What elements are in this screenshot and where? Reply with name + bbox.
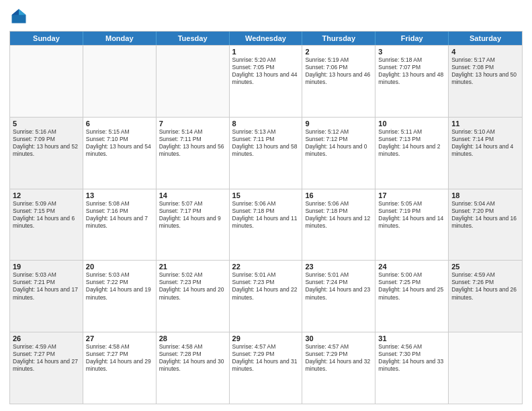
- sunset-text: Sunset: 7:15 PM: [13, 208, 80, 215]
- daylight-text: Daylight: 14 hours and 19 minutes.: [86, 286, 153, 301]
- sunset-text: Sunset: 7:10 PM: [86, 136, 153, 143]
- sunset-text: Sunset: 7:29 PM: [305, 351, 372, 358]
- calendar-cell: [10, 46, 83, 117]
- sunset-text: Sunset: 7:06 PM: [305, 64, 372, 71]
- day-of-week-header: Friday: [375, 32, 449, 45]
- daylight-text: Daylight: 14 hours and 29 minutes.: [86, 358, 153, 373]
- day-number: 24: [378, 263, 445, 271]
- day-of-week-header: Monday: [83, 32, 157, 45]
- calendar-header: SundayMondayTuesdayWednesdayThursdayFrid…: [10, 32, 522, 45]
- logo-icon: [9, 7, 28, 26]
- calendar-cell: 17Sunrise: 5:05 AMSunset: 7:19 PMDayligh…: [375, 189, 449, 261]
- sunset-text: Sunset: 7:19 PM: [378, 208, 445, 215]
- sunset-text: Sunset: 7:18 PM: [305, 208, 372, 215]
- calendar-cell: 31Sunrise: 4:56 AMSunset: 7:30 PMDayligh…: [375, 332, 449, 404]
- sunrise-text: Sunrise: 5:04 AM: [451, 200, 519, 208]
- svg-marker-2: [12, 9, 19, 15]
- daylight-text: Daylight: 14 hours and 22 minutes.: [232, 286, 300, 301]
- daylight-text: Daylight: 13 hours and 52 minutes.: [13, 143, 80, 158]
- sunset-text: Sunset: 7:08 PM: [451, 64, 519, 71]
- daylight-text: Daylight: 14 hours and 17 minutes.: [13, 286, 80, 301]
- calendar-cell: 21Sunrise: 5:02 AMSunset: 7:23 PMDayligh…: [157, 261, 230, 332]
- calendar-cell: 24Sunrise: 5:00 AMSunset: 7:25 PMDayligh…: [375, 261, 449, 332]
- sunrise-text: Sunrise: 5:16 AM: [13, 128, 80, 136]
- day-number: 15: [232, 191, 300, 199]
- sunrise-text: Sunrise: 5:05 AM: [378, 200, 445, 208]
- day-number: 27: [86, 334, 153, 342]
- calendar-cell: 5Sunrise: 5:16 AMSunset: 7:09 PMDaylight…: [10, 118, 83, 189]
- sunset-text: Sunset: 7:16 PM: [86, 208, 153, 215]
- calendar-page: SundayMondayTuesdayWednesdayThursdayFrid…: [0, 0, 532, 411]
- sunset-text: Sunset: 7:14 PM: [451, 136, 519, 143]
- sunset-text: Sunset: 7:27 PM: [86, 351, 153, 358]
- daylight-text: Daylight: 14 hours and 6 minutes.: [13, 215, 80, 230]
- day-number: 22: [232, 263, 300, 271]
- daylight-text: Daylight: 14 hours and 0 minutes.: [305, 143, 372, 158]
- day-number: 7: [159, 120, 226, 128]
- daylight-text: Daylight: 13 hours and 44 minutes.: [232, 71, 300, 86]
- sunset-text: Sunset: 7:12 PM: [305, 136, 372, 143]
- calendar-cell: 1Sunrise: 5:20 AMSunset: 7:05 PMDaylight…: [230, 46, 303, 117]
- logo: [9, 7, 31, 26]
- day-number: 16: [305, 191, 372, 199]
- calendar-cell: 20Sunrise: 5:03 AMSunset: 7:22 PMDayligh…: [83, 261, 157, 332]
- day-of-week-header: Saturday: [449, 32, 522, 45]
- daylight-text: Daylight: 14 hours and 14 minutes.: [378, 215, 445, 230]
- sunrise-text: Sunrise: 5:12 AM: [305, 128, 372, 136]
- sunrise-text: Sunrise: 5:19 AM: [305, 56, 372, 64]
- calendar-cell: 26Sunrise: 4:59 AMSunset: 7:27 PMDayligh…: [10, 332, 83, 404]
- calendar-cell: 27Sunrise: 4:58 AMSunset: 7:27 PMDayligh…: [83, 332, 157, 404]
- daylight-text: Daylight: 13 hours and 58 minutes.: [232, 143, 300, 158]
- day-number: 20: [86, 263, 153, 271]
- daylight-text: Daylight: 14 hours and 27 minutes.: [13, 358, 80, 373]
- sunrise-text: Sunrise: 5:10 AM: [451, 128, 519, 136]
- calendar-cell: 3Sunrise: 5:18 AMSunset: 7:07 PMDaylight…: [375, 46, 449, 117]
- sunrise-text: Sunrise: 4:59 AM: [451, 271, 519, 279]
- calendar-row: 12Sunrise: 5:09 AMSunset: 7:15 PMDayligh…: [10, 189, 522, 261]
- sunset-text: Sunset: 7:09 PM: [13, 136, 80, 143]
- calendar-cell: 11Sunrise: 5:10 AMSunset: 7:14 PMDayligh…: [449, 118, 522, 189]
- calendar-cell: 14Sunrise: 5:07 AMSunset: 7:17 PMDayligh…: [157, 189, 230, 261]
- calendar-cell: 29Sunrise: 4:57 AMSunset: 7:29 PMDayligh…: [230, 332, 303, 404]
- calendar-cell: 13Sunrise: 5:08 AMSunset: 7:16 PMDayligh…: [83, 189, 157, 261]
- daylight-text: Daylight: 14 hours and 16 minutes.: [451, 215, 519, 230]
- calendar-cell: 2Sunrise: 5:19 AMSunset: 7:06 PMDaylight…: [302, 46, 375, 117]
- calendar-cell: [449, 332, 522, 404]
- calendar-cell: 16Sunrise: 5:06 AMSunset: 7:18 PMDayligh…: [302, 189, 375, 261]
- day-number: 9: [305, 120, 372, 128]
- sunset-text: Sunset: 7:21 PM: [13, 279, 80, 286]
- day-number: 1: [232, 48, 300, 56]
- daylight-text: Daylight: 14 hours and 33 minutes.: [378, 358, 445, 373]
- day-number: 14: [159, 191, 226, 199]
- sunrise-text: Sunrise: 5:11 AM: [378, 128, 445, 136]
- day-of-week-header: Thursday: [302, 32, 375, 45]
- sunset-text: Sunset: 7:23 PM: [159, 279, 226, 286]
- sunrise-text: Sunrise: 5:03 AM: [86, 271, 153, 279]
- sunset-text: Sunset: 7:27 PM: [13, 351, 80, 358]
- day-number: 6: [86, 120, 153, 128]
- day-of-week-header: Tuesday: [157, 32, 230, 45]
- calendar-cell: 8Sunrise: 5:13 AMSunset: 7:11 PMDaylight…: [230, 118, 303, 189]
- day-number: 8: [232, 120, 300, 128]
- sunrise-text: Sunrise: 5:14 AM: [159, 128, 226, 136]
- sunrise-text: Sunrise: 5:06 AM: [305, 200, 372, 208]
- calendar-row: 1Sunrise: 5:20 AMSunset: 7:05 PMDaylight…: [10, 45, 522, 117]
- calendar-row: 5Sunrise: 5:16 AMSunset: 7:09 PMDaylight…: [10, 117, 522, 189]
- daylight-text: Daylight: 14 hours and 32 minutes.: [305, 358, 372, 373]
- daylight-text: Daylight: 14 hours and 20 minutes.: [159, 286, 226, 301]
- calendar-cell: 22Sunrise: 5:01 AMSunset: 7:23 PMDayligh…: [230, 261, 303, 332]
- daylight-text: Daylight: 13 hours and 50 minutes.: [451, 71, 519, 86]
- sunset-text: Sunset: 7:24 PM: [305, 279, 372, 286]
- day-number: 13: [86, 191, 153, 199]
- sunset-text: Sunset: 7:11 PM: [232, 136, 300, 143]
- day-number: 18: [451, 191, 519, 199]
- sunset-text: Sunset: 7:18 PM: [232, 208, 300, 215]
- day-of-week-header: Sunday: [10, 32, 83, 45]
- calendar-row: 19Sunrise: 5:03 AMSunset: 7:21 PMDayligh…: [10, 260, 522, 332]
- day-number: 5: [13, 120, 80, 128]
- daylight-text: Daylight: 14 hours and 25 minutes.: [378, 286, 445, 301]
- sunrise-text: Sunrise: 4:56 AM: [378, 343, 445, 351]
- calendar: SundayMondayTuesdayWednesdayThursdayFrid…: [9, 31, 523, 404]
- sunset-text: Sunset: 7:05 PM: [232, 64, 300, 71]
- calendar-cell: 9Sunrise: 5:12 AMSunset: 7:12 PMDaylight…: [302, 118, 375, 189]
